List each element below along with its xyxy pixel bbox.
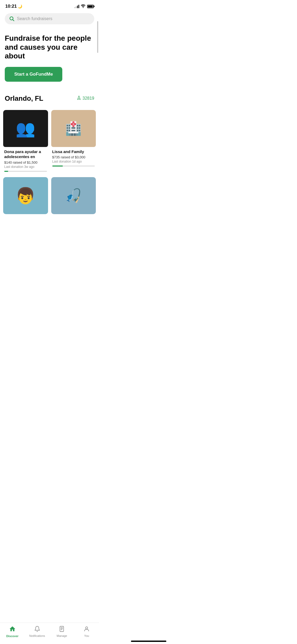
status-time: 10:21 🌙 [5,4,22,9]
card-image-fisherman [51,177,96,214]
card-content: Dona para ayudar a adolescentes en $140 … [3,147,48,174]
card-content: Lissa and Family $735 raised of $3,000 L… [51,147,96,169]
progress-fill [4,171,8,172]
location-section: Orlando, FL 32819 [0,88,99,110]
fundraiser-card[interactable] [51,177,96,214]
fundraiser-card[interactable]: Lissa and Family $735 raised of $3,000 L… [51,110,96,174]
time-text: 10:21 [5,4,17,9]
zip-code: 32819 [83,96,95,101]
card-last-donation: Last donation 1d ago [52,160,95,163]
moon-icon: 🌙 [18,4,22,8]
fundraiser-card[interactable] [3,177,48,214]
card-image-hospital [51,110,96,147]
signal-icon [74,4,79,8]
progress-bar [52,165,95,167]
location-header: Orlando, FL 32819 [5,94,94,103]
wifi-icon [81,4,86,9]
fundraiser-grid: Dona para ayudar a adolescentes en $140 … [0,110,99,214]
status-icons [74,4,94,9]
status-bar: 10:21 🌙 [0,0,99,11]
search-bar[interactable]: Search fundraisers [5,13,94,24]
search-icon [10,16,14,21]
card-title: Lissa and Family [52,149,95,154]
card-last-donation: Last donation 3w ago [4,165,47,169]
search-container: Search fundraisers [0,11,99,29]
svg-line-1 [13,20,14,21]
card-image-group-selfie [3,110,48,147]
start-gofundme-button[interactable]: Start a GoFundMe [5,67,62,82]
card-image-teen [3,177,48,214]
hero-title: Fundraise for the people and causes you … [5,34,94,61]
scroll-bar[interactable] [97,21,98,53]
fundraiser-card[interactable]: Dona para ayudar a adolescentes en $140 … [3,110,48,174]
card-amount: $140 raised of $1,500 [4,160,47,164]
location-badge[interactable]: 32819 [77,95,95,101]
location-arrow-icon [77,95,81,101]
card-title: Dona para ayudar a adolescentes en [4,149,47,159]
card-amount: $735 raised of $3,000 [52,155,95,159]
progress-bar [4,171,47,172]
search-placeholder: Search fundraisers [17,16,52,21]
battery-icon [87,5,94,8]
main-content: Search fundraisers Fundraise for the peo… [0,11,99,241]
location-title: Orlando, FL [5,94,43,103]
hero-section: Fundraise for the people and causes you … [0,29,99,88]
progress-fill [52,165,63,167]
